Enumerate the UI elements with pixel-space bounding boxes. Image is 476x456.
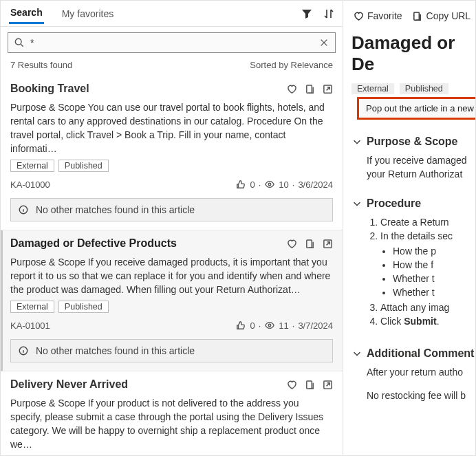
- link-icon[interactable]: [304, 379, 315, 390]
- popout-icon[interactable]: [322, 379, 333, 390]
- card-id: KA-01001: [10, 321, 50, 331]
- search-icon: [14, 37, 25, 48]
- tag-published: Published: [58, 160, 109, 172]
- card-snippet: Purpose & Scope If you receive damaged p…: [10, 255, 333, 296]
- heart-icon: [353, 10, 364, 21]
- views-icon: [264, 179, 275, 190]
- procedure-body: Create a Return In the details sec How t…: [351, 215, 475, 328]
- copy-icon: [412, 10, 423, 21]
- filter-icon[interactable]: [301, 8, 312, 19]
- list-item: Create a Return: [380, 215, 475, 229]
- info-icon: [18, 204, 29, 215]
- popout-icon[interactable]: [322, 83, 333, 94]
- svg-rect-9: [306, 380, 312, 388]
- tab-bar: Search My favorites: [1, 1, 343, 27]
- clear-icon[interactable]: [318, 37, 329, 48]
- tab-search[interactable]: Search: [9, 3, 44, 24]
- search-box[interactable]: [8, 32, 336, 53]
- thumbs-icon[interactable]: [235, 179, 246, 190]
- thumbs-icon[interactable]: [235, 320, 246, 331]
- no-match-banner: No other matches found in this article: [10, 339, 333, 362]
- svg-rect-5: [306, 239, 312, 247]
- info-icon: [18, 345, 29, 356]
- section-body: After your return autho No restocking fe…: [351, 365, 475, 402]
- tag-external: External: [10, 301, 54, 313]
- tag-published: Published: [400, 83, 448, 94]
- section-procedure[interactable]: Procedure: [351, 197, 475, 210]
- results-meta: 7 Results found Sorted by Relevance: [1, 56, 343, 76]
- list-item: Whether t: [393, 285, 475, 299]
- popout-tooltip: Pop out the article in a new window: [357, 97, 475, 120]
- chevron-down-icon: [351, 198, 363, 209]
- tag-external: External: [10, 160, 54, 172]
- tab-favorites[interactable]: My favorites: [61, 4, 115, 23]
- result-card[interactable]: Booking Travel Purpose & Scope You can u…: [1, 76, 343, 230]
- link-icon[interactable]: [304, 238, 315, 249]
- copyurl-action[interactable]: Copy URL: [412, 10, 471, 21]
- sort-label: Sorted by Relevance: [250, 60, 333, 70]
- list-item: How the f: [393, 258, 475, 272]
- thumbs-count: 0: [250, 180, 255, 190]
- section-purpose[interactable]: Purpose & Scope: [351, 135, 475, 148]
- views-count: 11: [279, 321, 288, 331]
- card-title: Booking Travel: [10, 83, 89, 95]
- svg-rect-1: [306, 85, 312, 92]
- result-card[interactable]: Damaged or Defective Products Purpose & …: [1, 230, 343, 371]
- popout-icon[interactable]: [322, 238, 333, 249]
- card-date: 3/7/2024: [298, 321, 333, 331]
- article-title: Damaged or De: [351, 28, 475, 83]
- views-icon: [264, 320, 275, 331]
- list-item: Attach any imag: [380, 301, 475, 314]
- heart-icon[interactable]: [286, 83, 297, 94]
- card-snippet: Purpose & Scope If your product is not d…: [10, 396, 333, 451]
- svg-point-0: [15, 39, 21, 45]
- card-title: Delivery Never Arrived: [10, 378, 128, 391]
- favorite-action[interactable]: Favorite: [353, 10, 402, 21]
- section-additional[interactable]: Additional Comment: [351, 347, 475, 360]
- list-item: Click Submit.: [380, 314, 475, 328]
- card-snippet: Purpose & Scope You can use our travel p…: [10, 100, 333, 155]
- heart-icon[interactable]: [286, 379, 297, 390]
- views-count: 10: [279, 180, 288, 190]
- svg-point-3: [269, 183, 272, 186]
- link-icon[interactable]: [304, 83, 315, 94]
- thumbs-count: 0: [250, 321, 255, 331]
- chevron-down-icon: [351, 136, 363, 147]
- results-count: 7 Results found: [10, 60, 72, 70]
- card-id: KA-01000: [10, 180, 50, 190]
- list-item: How the p: [393, 244, 475, 258]
- chevron-down-icon: [351, 348, 363, 359]
- list-item: In the details sec How the p How the f W…: [380, 229, 475, 299]
- results-list[interactable]: Booking Travel Purpose & Scope You can u…: [1, 76, 343, 455]
- svg-rect-12: [414, 12, 420, 19]
- svg-point-7: [269, 324, 272, 327]
- heart-icon[interactable]: [286, 238, 297, 249]
- card-date: 3/6/2024: [298, 180, 333, 190]
- no-match-banner: No other matches found in this article: [10, 198, 333, 221]
- section-body: If you receive damaged your Return Autho…: [351, 153, 475, 181]
- card-title: Damaged or Defective Products: [10, 237, 177, 250]
- list-item: Whether t: [393, 272, 475, 285]
- sort-icon[interactable]: [323, 8, 334, 19]
- tag-published: Published: [58, 301, 109, 313]
- search-input[interactable]: [29, 36, 318, 49]
- tag-external: External: [351, 83, 394, 94]
- result-card[interactable]: Delivery Never Arrived Purpose & Scope I…: [1, 371, 343, 455]
